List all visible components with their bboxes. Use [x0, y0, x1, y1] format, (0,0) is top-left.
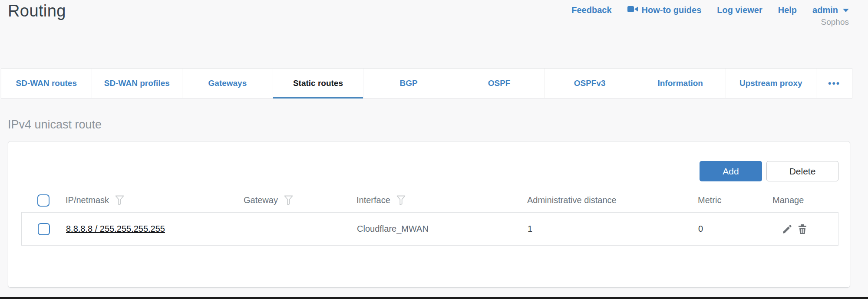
tab-bgp[interactable]: BGP — [363, 69, 454, 98]
filter-icon[interactable] — [115, 195, 124, 205]
section-heading: IPv4 unicast route — [8, 118, 102, 131]
chevron-down-icon — [843, 9, 849, 12]
help-label: Help — [778, 5, 797, 15]
route-ip-netmask-link[interactable]: 8.8.8.8 / 255.255.255.255 — [66, 224, 165, 233]
tab-gateways[interactable]: Gateways — [182, 69, 273, 98]
filter-icon[interactable] — [396, 195, 406, 205]
tab-static-routes[interactable]: Static routes — [273, 69, 364, 98]
brand-label: Sophos — [821, 17, 849, 27]
top-nav: Feedback How-to guides Log viewer Help a… — [571, 5, 849, 15]
add-button[interactable]: Add — [700, 161, 762, 181]
delete-icon[interactable] — [797, 223, 808, 235]
tabs-overflow-button[interactable]: ••• — [816, 69, 852, 98]
feedback-label: Feedback — [571, 5, 611, 15]
page-title: Routing — [8, 2, 66, 20]
filter-icon[interactable] — [284, 195, 293, 205]
edit-icon[interactable] — [782, 223, 793, 235]
col-header-interface: Interface — [356, 195, 390, 205]
admin-user-menu[interactable]: admin — [812, 5, 849, 15]
route-interface-value: Cloudflare_MWAN — [357, 224, 429, 233]
tab-information[interactable]: Information — [635, 69, 726, 98]
tab-sdwan-profiles[interactable]: SD-WAN profiles — [92, 69, 183, 98]
ipv4-unicast-route-card: Add Delete IP/netmask Gateway Interface … — [8, 141, 850, 288]
col-header-ip-netmask: IP/netmask — [66, 195, 109, 205]
tab-sdwan-routes[interactable]: SD-WAN routes — [1, 69, 92, 98]
howto-guides-label: How-to guides — [642, 5, 702, 15]
col-header-admin-distance: Administrative distance — [527, 195, 617, 205]
delete-button[interactable]: Delete — [766, 161, 838, 181]
video-camera-icon — [627, 5, 638, 15]
select-all-checkbox[interactable] — [37, 194, 50, 207]
tab-ospfv3[interactable]: OSPFv3 — [545, 69, 635, 98]
col-header-manage: Manage — [772, 195, 804, 205]
table-header-row: IP/netmask Gateway Interface Administrat… — [21, 188, 838, 212]
route-admin-distance-value: 1 — [528, 224, 532, 233]
howto-guides-link[interactable]: How-to guides — [627, 5, 702, 15]
route-metric-value: 0 — [698, 224, 703, 233]
admin-user-label: admin — [812, 5, 838, 15]
row-checkbox[interactable] — [38, 223, 50, 235]
tab-upstream-proxy[interactable]: Upstream proxy — [726, 69, 817, 98]
feedback-link[interactable]: Feedback — [571, 5, 611, 15]
help-link[interactable]: Help — [778, 5, 797, 15]
table-row: 8.8.8.8 / 255.255.255.255 Cloudflare_MWA… — [21, 212, 838, 246]
col-header-metric: Metric — [698, 195, 721, 205]
log-viewer-label: Log viewer — [717, 5, 762, 15]
table-actions: Add Delete — [700, 161, 838, 181]
log-viewer-link[interactable]: Log viewer — [717, 5, 762, 15]
routing-tabbar: SD-WAN routes SD-WAN profiles Gateways S… — [1, 68, 852, 99]
tab-ospf[interactable]: OSPF — [454, 69, 545, 98]
col-header-gateway: Gateway — [244, 195, 278, 205]
window-bottom-edge — [0, 297, 868, 299]
